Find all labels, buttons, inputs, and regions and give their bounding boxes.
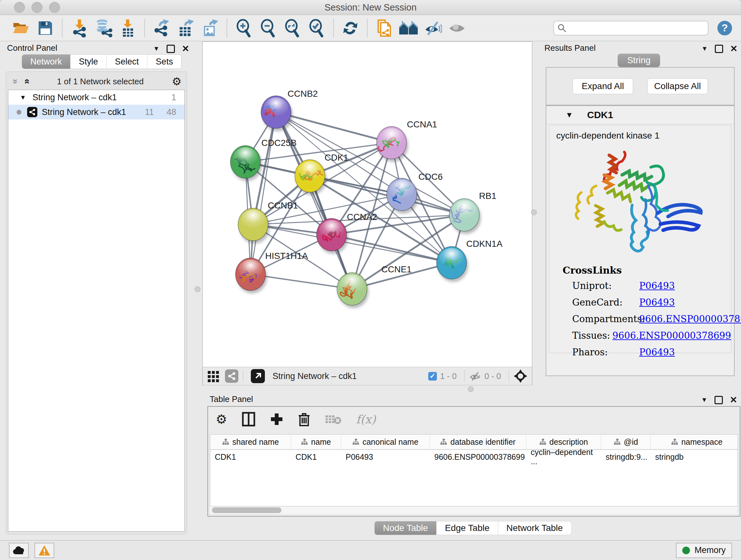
duplicate-network-button[interactable] <box>374 18 394 38</box>
hscroll-thumb[interactable] <box>212 507 281 513</box>
crosslink-link[interactable]: P06493 <box>639 347 675 358</box>
show-all-button[interactable] <box>447 18 467 38</box>
search-input[interactable] <box>553 21 709 36</box>
column-header-name[interactable]: name <box>291 435 341 449</box>
control-panel-close-button[interactable]: ✕ <box>182 44 189 54</box>
crosshair-icon[interactable] <box>514 369 528 383</box>
column-header-database-identifier[interactable]: database identifier <box>430 435 526 449</box>
network-canvas[interactable]: CCNB2CCNA1CDC25BCDK1CDC6RB1CCNB1CCNA2CDK… <box>202 42 532 367</box>
collapse-all-networks-icon[interactable]: » <box>11 79 20 84</box>
table-hscrollbar[interactable] <box>210 506 737 514</box>
gene-collapse-icon[interactable]: ▼ <box>565 111 573 119</box>
network-options-gear-icon[interactable]: ⚙ <box>172 75 182 88</box>
crosslink-link[interactable]: 9606.ENSP00000378699 <box>612 330 731 341</box>
table-cell[interactable]: stringdb <box>651 450 738 464</box>
column-header-shared-name[interactable]: shared name <box>210 435 291 449</box>
tab-edge-table[interactable]: Edge Table <box>436 521 498 535</box>
results-panel-float-button[interactable] <box>715 45 723 53</box>
gene-section-header[interactable]: ▼ CDK1 <box>546 106 734 124</box>
delete-column-trash-icon[interactable] <box>298 412 310 427</box>
tab-node-table[interactable]: Node Table <box>374 521 436 535</box>
export-network-button[interactable] <box>151 18 172 38</box>
collection-expand-icon[interactable]: ▼ <box>20 94 26 101</box>
table-panel-menu-button[interactable]: ▼ <box>701 396 708 403</box>
results-panel-menu-button[interactable]: ▼ <box>701 45 708 52</box>
table-row[interactable]: CDK1CDK1P064939606.ENSP00000378699cyclin… <box>210 450 738 464</box>
zoom-selected-button[interactable] <box>307 18 327 38</box>
zoom-out-button[interactable] <box>258 18 278 38</box>
table-cell[interactable]: CDK1 <box>291 450 341 464</box>
import-table-file-button[interactable] <box>118 18 138 38</box>
crosslink-link[interactable]: P06493 <box>639 297 675 308</box>
add-column-icon[interactable] <box>270 413 283 426</box>
import-network-file-button[interactable] <box>69 18 89 38</box>
table-cell[interactable]: CDK1 <box>210 450 291 464</box>
cloud-status-button[interactable] <box>9 543 29 558</box>
bottom-splitter-grip[interactable] <box>468 386 474 392</box>
table-cell[interactable]: cyclin–dependent ... <box>526 450 601 464</box>
table-cell[interactable]: P06493 <box>341 450 430 464</box>
table-cell[interactable]: stringdb:9... <box>601 450 651 464</box>
toggle-columns-icon[interactable] <box>242 412 255 427</box>
network-row[interactable]: String Network – cdk1 11 48 <box>8 105 185 119</box>
memory-button[interactable]: Memory <box>676 543 732 558</box>
help-button[interactable]: ? <box>718 21 732 36</box>
zoom-in-button[interactable] <box>234 18 254 38</box>
expand-all-button[interactable]: Expand All <box>572 78 633 94</box>
export-table-button[interactable] <box>176 18 196 38</box>
network-node-CCNB2[interactable]: CCNB2 <box>261 89 318 131</box>
open-session-button[interactable] <box>11 18 31 38</box>
zoom-selected-icon <box>308 19 325 37</box>
network-collection-row[interactable]: ▼ String Network – cdk1 1 <box>8 90 185 105</box>
crosslink-row: GeneCard:P06493 <box>572 297 731 308</box>
results-panel-close-button[interactable]: ✕ <box>730 44 738 54</box>
table-settings-gear-icon[interactable]: ⚙ <box>216 412 227 427</box>
column-header-canonical-name[interactable]: canonical name <box>341 435 430 449</box>
network-node-CCNE1[interactable]: CCNE1 <box>337 264 412 308</box>
crosslink-link[interactable]: P06493 <box>639 280 675 291</box>
table-panel-float-button[interactable] <box>715 396 723 404</box>
delete-table-icon[interactable] <box>325 414 341 425</box>
left-splitter-grip[interactable] <box>195 287 200 292</box>
control-panel-menu-button[interactable]: ▼ <box>153 45 159 52</box>
control-panel-float-button[interactable] <box>166 45 175 53</box>
string-share-icon[interactable] <box>225 369 239 383</box>
memory-status-dot <box>682 547 690 554</box>
birdseye-view-button[interactable] <box>251 369 265 383</box>
network-node-CCNA1[interactable]: CCNA1 <box>377 119 437 162</box>
warnings-button[interactable] <box>35 543 54 558</box>
export-image-button[interactable] <box>200 18 220 38</box>
save-session-button[interactable] <box>36 18 55 38</box>
apply-layout-button[interactable] <box>340 18 360 38</box>
column-header-@id[interactable]: @id <box>601 435 651 449</box>
tab-select[interactable]: Select <box>107 55 147 69</box>
network-node-CDK1[interactable]: CDK1 <box>295 152 348 195</box>
function-builder-icon[interactable]: f(x) <box>356 413 376 426</box>
tab-style[interactable]: Style <box>71 55 107 69</box>
grid-view-icon[interactable] <box>207 370 220 382</box>
collapse-all-button[interactable]: Collapse All <box>647 78 708 94</box>
control-panel-title: Control Panel <box>7 43 57 53</box>
column-header-description[interactable]: description <box>526 435 601 449</box>
table-panel-close-button[interactable]: ✕ <box>730 395 737 405</box>
table-cell[interactable]: 9606.ENSP00000378699 <box>430 450 526 464</box>
tab-string[interactable]: String <box>617 54 660 67</box>
first-neighbors-button[interactable] <box>399 18 418 38</box>
network-node-RB1[interactable]: RB1 <box>449 191 496 234</box>
tab-network[interactable]: Network <box>22 55 71 69</box>
network-edge-CCNB2-HIST1H1A[interactable] <box>251 112 276 274</box>
tab-sets[interactable]: Sets <box>147 55 181 69</box>
column-header-namespace[interactable]: namespace <box>651 435 738 449</box>
right-splitter-grip[interactable] <box>531 209 537 215</box>
hide-selected-button[interactable] <box>423 18 443 38</box>
import-network-database-button[interactable] <box>93 18 113 38</box>
import-table-icon <box>120 19 136 37</box>
crosslink-link[interactable]: 9606.ENSP00000378699 <box>639 314 741 324</box>
network-node-HIST1H1A[interactable]: HIST1H1A <box>235 251 308 294</box>
zoom-fit-button[interactable] <box>282 18 302 38</box>
expand-all-networks-icon[interactable]: » <box>21 79 31 84</box>
selected-nodes-checkbox[interactable]: ✓ <box>428 372 437 381</box>
network-node-CDKN1A[interactable]: CDKN1A <box>436 239 502 282</box>
hidden-eye-icon[interactable] <box>469 371 481 381</box>
tab-network-table[interactable]: Network Table <box>498 521 571 535</box>
